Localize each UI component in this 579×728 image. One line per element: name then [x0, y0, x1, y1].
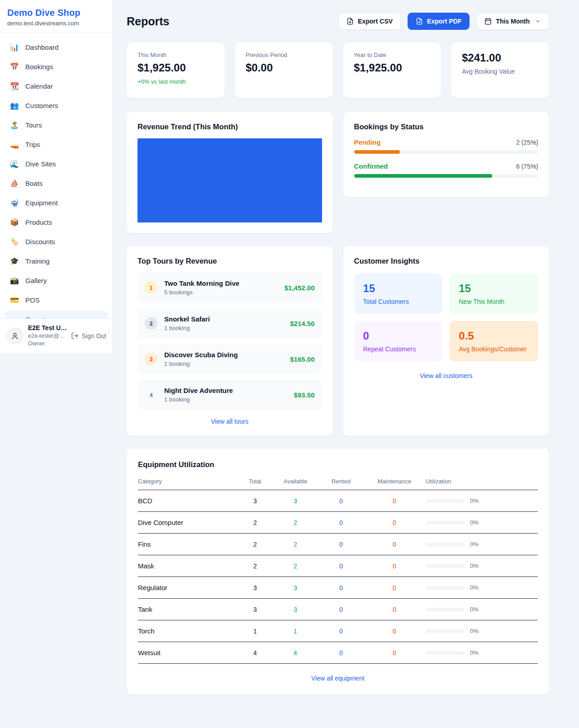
period-label: This Month	[496, 18, 530, 25]
sidebar-nav-item[interactable]: Reports	[5, 311, 108, 318]
cell-rented: 0	[319, 642, 363, 664]
export-pdf-button[interactable]: Export PDF	[408, 13, 470, 30]
nav-item-label: Dive Sites	[25, 160, 56, 168]
utilization-percent: 0%	[470, 563, 479, 569]
cell-maintenance: 0	[363, 577, 426, 599]
export-csv-button[interactable]: Export CSV	[338, 13, 401, 30]
insight-value: 15	[363, 282, 434, 295]
table-row: Dive Computer 2 2 0 0 0%	[138, 512, 538, 534]
col-header-maintenance: Maintenance	[363, 478, 426, 490]
stat-value: $241.00	[462, 52, 538, 64]
cell-maintenance: 0	[363, 534, 426, 555]
sign-out-button[interactable]: Sign Out	[71, 332, 106, 340]
status-row: Pending 2 (25%)	[354, 138, 539, 154]
insights-row: Top Tours by Revenue 1 Two Tank Morning …	[127, 246, 549, 436]
stat-label: Avg Booking Value	[462, 68, 538, 75]
utilization-bar-track	[426, 651, 465, 655]
view-all-customers-link[interactable]: View all customers	[354, 372, 539, 379]
user-email: e2e-tester@…	[28, 332, 66, 340]
tour-bookings: 5 bookings	[164, 289, 278, 296]
insight-value: 0	[363, 330, 434, 342]
card-title: Top Tours by Revenue	[138, 257, 322, 265]
app-root: Demo Dive Shop demo.test.divestreams.com…	[0, 0, 579, 728]
nav-item-icon: 🤿	[9, 199, 19, 207]
table-row: Regulator 3 3 0 0 0%	[138, 577, 538, 599]
sidebar-nav: 📊 Dashboard 📅 Bookings 📆 Calendar 👥 Cust…	[0, 33, 113, 318]
period-dropdown[interactable]: This Month	[476, 13, 549, 30]
sidebar-nav-item[interactable]: 🏷️ Discounts	[5, 233, 108, 250]
cell-category: Regulator	[138, 577, 238, 599]
export-pdf-label: Export PDF	[427, 18, 461, 25]
tour-revenue: $93.50	[294, 391, 315, 399]
table-row: Tank 3 3 0 0 0%	[138, 599, 538, 620]
cell-available: 3	[272, 490, 319, 512]
cell-utilization: 0%	[426, 599, 538, 620]
nav-item-icon: 🏝️	[9, 121, 19, 129]
cell-utilization: 0%	[426, 642, 538, 664]
sidebar-nav-item[interactable]: 💳 POS	[5, 291, 108, 308]
card-title: Bookings by Status	[354, 123, 539, 131]
sidebar-nav-item[interactable]: 👥 Customers	[5, 97, 108, 114]
nav-item-icon: 🌊	[9, 160, 19, 168]
tour-name: Discover Scuba Diving	[164, 351, 283, 359]
cell-rented: 0	[319, 577, 363, 599]
cell-category: Tank	[138, 599, 238, 620]
cell-rented: 0	[319, 620, 363, 642]
cell-rented: 0	[319, 534, 363, 555]
insight-label: New This Month	[459, 298, 529, 305]
tour-row: 3 Discover Scuba Diving 1 booking $165.0…	[138, 344, 322, 374]
equipment-utilization-card: Equipment Utilization Category Total Ava…	[127, 449, 549, 695]
cell-total: 2	[238, 512, 272, 534]
sidebar-nav-item[interactable]: 🤿 Equipment	[5, 194, 108, 211]
nav-item-icon: 👥	[9, 101, 19, 110]
page-title: Reports	[127, 15, 169, 28]
cell-category: Wetsuit	[138, 642, 238, 664]
sidebar-nav-item[interactable]: 📅 Bookings	[5, 58, 108, 75]
main-content: Reports Export CSV Export PDF This Month	[113, 0, 579, 713]
cell-maintenance: 0	[363, 620, 426, 642]
cell-available: 2	[272, 555, 319, 577]
tour-row: 1 Two Tank Morning Dive 5 bookings $1,45…	[138, 273, 322, 303]
utilization-bar-track	[426, 521, 465, 525]
tour-row: 2 Snorkel Safari 1 booking $214.50	[138, 308, 322, 338]
tour-name: Two Tank Morning Dive	[164, 279, 278, 287]
stat-card: Previous Period $0.00	[235, 43, 333, 98]
card-title: Equipment Utilization	[138, 460, 538, 469]
table-row: Mask 2 2 0 0 0%	[138, 555, 538, 577]
sidebar-nav-item[interactable]: 📆 Calendar	[5, 77, 108, 95]
cell-category: Fins	[138, 534, 238, 555]
stats-row: This Month $1,925.00 +0% vs last month P…	[127, 43, 549, 98]
utilization-percent: 0%	[470, 628, 479, 634]
tour-name: Night Dive Adventure	[164, 387, 287, 394]
table-row: Torch 1 1 0 0 0%	[138, 620, 538, 642]
view-all-equipment-link[interactable]: View all equipment	[138, 675, 538, 682]
status-label: Pending	[354, 138, 381, 146]
cell-utilization: 0%	[426, 620, 538, 642]
cell-available: 4	[272, 642, 319, 664]
brand-name: Demo Dive Shop	[7, 8, 105, 18]
sidebar-nav-item[interactable]: 📊 Dashboard	[5, 38, 108, 56]
cell-rented: 0	[319, 490, 363, 512]
stat-value: $1,925.00	[138, 61, 214, 74]
insight-tiles: 15 Total Customers 15 New This Month 0 R…	[354, 274, 539, 361]
nav-item-label: Bookings	[25, 63, 53, 71]
status-row: Confirmed 6 (75%)	[354, 162, 539, 178]
sidebar-nav-item[interactable]: 🌊 Dive Sites	[5, 155, 108, 172]
sidebar-nav-item[interactable]: 🎓 Training	[5, 252, 108, 269]
sidebar-nav-item[interactable]: 📸 Gallery	[5, 272, 108, 289]
nav-item-icon: 🎓	[9, 257, 19, 265]
tour-row: 4 Night Dive Adventure 1 booking $93.50	[138, 380, 322, 410]
cell-utilization: 0%	[426, 490, 538, 512]
insight-tile: 0.5 Avg Bookings/Customer	[450, 321, 538, 361]
view-all-tours-link[interactable]: View all tours	[138, 418, 322, 425]
nav-item-label: Reports	[25, 316, 49, 319]
sidebar-nav-item[interactable]: ⛵ Boats	[5, 175, 108, 192]
bookings-by-status-card: Bookings by Status Pending 2 (25%)	[343, 112, 550, 197]
sidebar-nav-item[interactable]: 🏝️ Tours	[5, 116, 108, 133]
tour-revenue: $214.50	[290, 320, 314, 327]
sidebar-nav-item[interactable]: 📦 Products	[5, 213, 108, 231]
status-bar-fill	[354, 150, 400, 154]
top-tours-card: Top Tours by Revenue 1 Two Tank Morning …	[127, 246, 333, 436]
status-bar-track	[354, 150, 539, 154]
sidebar-nav-item[interactable]: 🚤 Trips	[5, 136, 108, 153]
